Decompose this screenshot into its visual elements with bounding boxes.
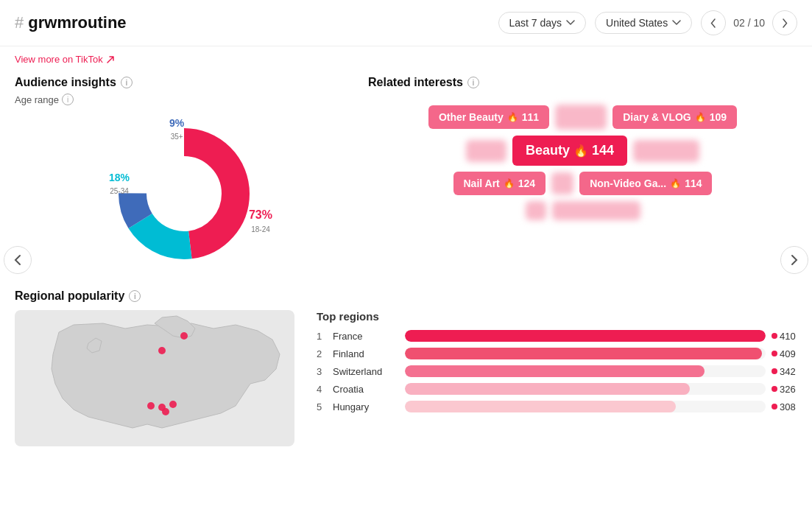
age-range-label: Age range i bbox=[15, 94, 353, 105]
region-bar-4 bbox=[405, 383, 690, 395]
donut-chart-wrap: 9% 35+ 18% 25-34 73% 18-24 bbox=[15, 113, 353, 275]
age-label-18: 18% 25-34 bbox=[109, 172, 130, 197]
tiktok-link-text: View more on TikTok bbox=[15, 54, 103, 65]
main-content: Audience insights i Age range i bbox=[0, 68, 812, 282]
regional-popularity-section: Regional popularity i bbox=[0, 282, 812, 454]
region-bar-1 bbox=[405, 330, 766, 342]
prev-page-button[interactable] bbox=[701, 10, 726, 35]
top-regions-list: Top regions 1 France 410 2 Finland bbox=[317, 310, 797, 446]
interest-tag-nail-art: Nail Art 🔥 124 bbox=[453, 172, 546, 195]
interest-tag-other-beauty: Other Beauty 🔥 111 bbox=[428, 105, 549, 129]
region-row-4: 4 Croatia 326 bbox=[317, 383, 797, 395]
age-label-9: 9% 35+ bbox=[169, 117, 184, 142]
audience-insights-title: Audience insights i bbox=[15, 76, 353, 89]
interest-tag-blurred-2 bbox=[466, 140, 506, 162]
subheader: View more on TikTok bbox=[0, 46, 812, 68]
location-filter-label: United States bbox=[606, 17, 668, 29]
interest-tag-blurred-1 bbox=[555, 105, 607, 130]
interests-grid: Other Beauty 🔥 111 Diary & VLOG 🔥 109 Be… bbox=[368, 94, 797, 231]
region-bar-wrap-4 bbox=[405, 383, 766, 395]
location-filter-dropdown[interactable]: United States bbox=[595, 12, 692, 34]
svg-point-10 bbox=[162, 408, 169, 415]
region-val-4: 326 bbox=[772, 384, 797, 395]
region-bar-2 bbox=[405, 348, 762, 359]
nav-right-button[interactable] bbox=[780, 246, 808, 274]
svg-point-7 bbox=[147, 402, 155, 410]
interest-tag-diary-vlog: Diary & VLOG 🔥 109 bbox=[612, 105, 737, 129]
interest-tag-non-video: Non-Video Ga... 🔥 114 bbox=[579, 172, 712, 195]
region-bar-wrap-5 bbox=[405, 401, 766, 412]
region-bar-5 bbox=[405, 401, 676, 412]
audience-insights-info-icon: i bbox=[121, 77, 133, 88]
hashtag-text: grwmroutine bbox=[28, 13, 126, 32]
interest-tag-blurred-4 bbox=[551, 172, 573, 194]
region-val-1: 410 bbox=[772, 331, 797, 342]
interest-tag-blurred-5 bbox=[526, 201, 546, 220]
related-interests-title: Related interests i bbox=[368, 76, 797, 89]
page-title: # grwmroutine bbox=[15, 13, 127, 32]
map-svg bbox=[15, 310, 294, 446]
svg-point-9 bbox=[169, 401, 177, 408]
region-row-3: 3 Switzerland 342 bbox=[317, 365, 797, 377]
header-controls: Last 7 days United States 02 / 10 bbox=[498, 10, 798, 35]
time-filter-label: Last 7 days bbox=[509, 17, 562, 29]
region-val-2: 409 bbox=[772, 348, 797, 359]
interest-tag-blurred-3 bbox=[633, 140, 699, 162]
pagination-text: 02 / 10 bbox=[733, 17, 765, 29]
region-bar-wrap-1 bbox=[405, 330, 766, 342]
regional-popularity-title: Regional popularity i bbox=[15, 289, 797, 303]
region-row-5: 5 Hungary 308 bbox=[317, 401, 797, 412]
interest-tag-blurred-6 bbox=[552, 201, 640, 220]
related-interests-info-icon: i bbox=[467, 77, 479, 88]
region-row-2: 2 Finland 409 bbox=[317, 348, 797, 359]
tiktok-link[interactable]: View more on TikTok bbox=[15, 54, 115, 65]
age-label-73: 73% 18-24 bbox=[249, 208, 272, 235]
age-range-info-icon: i bbox=[62, 94, 74, 105]
region-val-5: 308 bbox=[772, 401, 797, 412]
regional-content: Top regions 1 France 410 2 Finland bbox=[15, 310, 797, 446]
region-bar-3 bbox=[405, 365, 705, 377]
region-val-3: 342 bbox=[772, 366, 797, 377]
donut-chart: 9% 35+ 18% 25-34 73% 18-24 bbox=[103, 113, 265, 275]
audience-insights-panel: Audience insights i Age range i bbox=[15, 76, 353, 275]
pagination: 02 / 10 bbox=[701, 10, 797, 35]
regional-map bbox=[15, 310, 294, 446]
related-interests-panel: Related interests i Other Beauty 🔥 111 D… bbox=[368, 76, 797, 275]
region-row-1: 1 France 410 bbox=[317, 330, 797, 342]
header: # grwmroutine Last 7 days United States … bbox=[0, 0, 812, 46]
time-filter-dropdown[interactable]: Last 7 days bbox=[498, 12, 587, 34]
top-regions-title: Top regions bbox=[317, 310, 797, 323]
region-bar-wrap-3 bbox=[405, 365, 766, 377]
interest-tag-beauty: Beauty 🔥 144 bbox=[512, 136, 627, 166]
svg-point-3 bbox=[147, 157, 221, 231]
hashtag-symbol: # bbox=[15, 13, 28, 32]
regional-popularity-info-icon: i bbox=[129, 290, 141, 302]
region-bar-wrap-2 bbox=[405, 348, 766, 359]
svg-point-5 bbox=[158, 347, 166, 354]
svg-point-6 bbox=[180, 332, 188, 340]
next-page-button[interactable] bbox=[772, 10, 797, 35]
